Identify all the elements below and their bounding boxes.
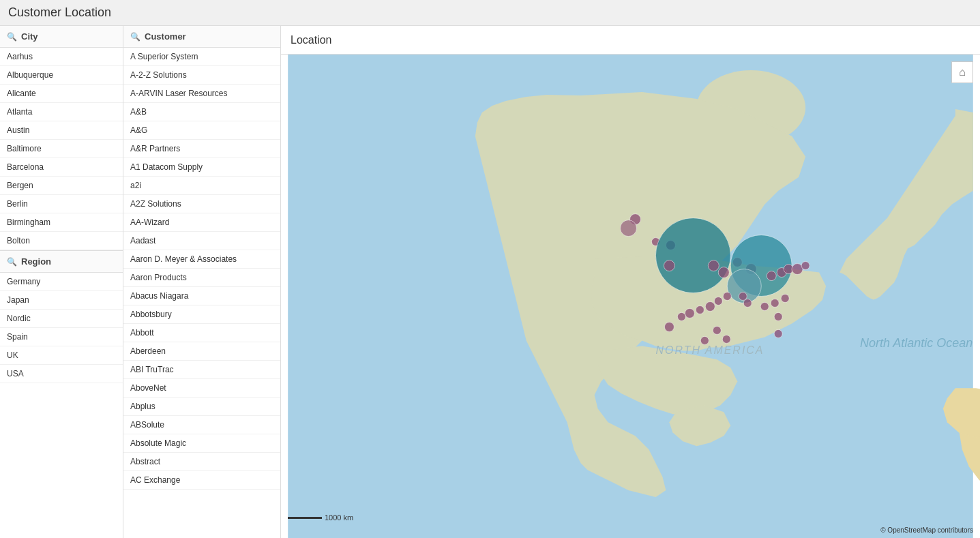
region-search-icon: 🔍: [7, 257, 17, 267]
city-item[interactable]: Atlanta: [0, 103, 123, 121]
svg-text:NORTH AMERICA: NORTH AMERICA: [655, 344, 764, 356]
map-svg: North Atlantic Ocean NORTH AMERICA EUROP…: [281, 55, 980, 538]
city-header: 🔍 City: [0, 26, 123, 48]
city-item[interactable]: Baltimore: [0, 140, 123, 158]
map-bubble[interactable]: [801, 262, 810, 270]
map-title: Location: [281, 26, 980, 55]
osm-attribution[interactable]: © OpenStreetMap contributors: [880, 526, 973, 534]
customer-item[interactable]: AboveNet: [123, 379, 280, 398]
map-bubble[interactable]: [664, 322, 674, 331]
customer-item[interactable]: Abacus Niagara: [123, 287, 280, 305]
map-bubble[interactable]: [760, 302, 769, 310]
map-bubble[interactable]: [705, 301, 715, 311]
map-bubble[interactable]: [774, 312, 782, 320]
map-bubble[interactable]: [723, 293, 731, 301]
customer-item[interactable]: A-ARVIN Laser Resources: [123, 85, 280, 103]
page-title: Customer Location: [0, 0, 980, 26]
customer-item[interactable]: A1 Datacom Supply: [123, 158, 280, 177]
map-container[interactable]: North Atlantic Ocean NORTH AMERICA EUROP…: [281, 55, 980, 538]
region-item[interactable]: Spain: [0, 328, 123, 346]
customer-item[interactable]: Absolute Magic: [123, 434, 280, 453]
city-item[interactable]: Albuquerque: [0, 66, 123, 85]
scale-line: [288, 517, 322, 519]
map-bubble[interactable]: [696, 305, 704, 314]
map-bubble[interactable]: [781, 295, 789, 303]
city-item[interactable]: Aarhus: [0, 48, 123, 66]
map-bubble[interactable]: [792, 264, 803, 275]
map-bubble[interactable]: [664, 260, 674, 271]
customer-header: 🔍 Customer: [123, 26, 280, 48]
region-item[interactable]: UK: [0, 346, 123, 365]
left-panel: 🔍 City AarhusAlbuquerqueAlicanteAtlantaA…: [0, 26, 123, 538]
customer-item[interactable]: Aberdeen: [123, 342, 280, 361]
svg-text:North Atlantic Ocean: North Atlantic Ocean: [860, 336, 972, 350]
map-bubble[interactable]: [621, 220, 637, 237]
scale-bar: 1000 km: [288, 513, 353, 522]
city-item[interactable]: Alicante: [0, 85, 123, 103]
map-bubble[interactable]: [718, 267, 729, 278]
customer-item[interactable]: A&R Partners: [123, 140, 280, 158]
map-bubble[interactable]: [767, 271, 776, 281]
map-bubble[interactable]: [771, 299, 779, 307]
map-bubble[interactable]: [713, 326, 721, 334]
map-bubble[interactable]: [685, 308, 694, 318]
scale-label: 1000 km: [325, 513, 353, 522]
customer-item[interactable]: A2Z Solutions: [123, 195, 280, 213]
city-item[interactable]: Berlin: [0, 195, 123, 213]
customer-item[interactable]: Abbott: [123, 324, 280, 342]
map-bubble[interactable]: [714, 297, 722, 305]
customer-search-icon: 🔍: [130, 32, 140, 42]
city-item[interactable]: Birmingham: [0, 213, 123, 232]
customer-item[interactable]: A&B: [123, 103, 280, 121]
region-header: 🔍 Region: [0, 251, 123, 273]
map-bubble[interactable]: [700, 336, 709, 344]
customer-item[interactable]: A&G: [123, 121, 280, 140]
customer-panel: 🔍 Customer A Superior SystemA-2-Z Soluti…: [123, 26, 281, 538]
customer-item[interactable]: Aaron D. Meyer & Associates: [123, 250, 280, 269]
city-item[interactable]: Bolton: [0, 232, 123, 250]
customer-item[interactable]: AC Exchange: [123, 471, 280, 490]
map-bubble[interactable]: [774, 329, 782, 338]
customer-item[interactable]: A-2-Z Solutions: [123, 66, 280, 85]
map-scale: 1000 km: [288, 513, 353, 522]
customer-item[interactable]: Abbotsbury: [123, 305, 280, 324]
city-item[interactable]: Bergen: [0, 177, 123, 195]
customer-item[interactable]: AA-Wizard: [123, 213, 280, 232]
attribution-text: © OpenStreetMap contributors: [880, 526, 973, 534]
customer-item[interactable]: Aaron Products: [123, 269, 280, 287]
home-icon: ⌂: [959, 66, 966, 78]
customer-item[interactable]: A Superior System: [123, 48, 280, 66]
home-button[interactable]: ⌂: [951, 61, 973, 83]
map-bubble[interactable]: [739, 293, 747, 301]
customer-label: Customer: [145, 31, 186, 42]
city-section: 🔍 City AarhusAlbuquerqueAlicanteAtlantaA…: [0, 26, 123, 250]
city-item[interactable]: Austin: [0, 121, 123, 140]
map-bubble[interactable]: [677, 312, 685, 320]
customer-item[interactable]: Aadast: [123, 232, 280, 250]
city-list: AarhusAlbuquerqueAlicanteAtlantaAustinBa…: [0, 48, 123, 250]
customer-item[interactable]: ABI TruTrac: [123, 361, 280, 379]
map-bubble[interactable]: [708, 260, 719, 271]
customer-list: A Superior SystemA-2-Z SolutionsA-ARVIN …: [123, 48, 280, 490]
customer-item[interactable]: ABSolute: [123, 416, 280, 434]
map-bubble[interactable]: [722, 335, 730, 343]
map-bubble[interactable]: [743, 299, 752, 307]
region-item[interactable]: Nordic: [0, 310, 123, 328]
city-label: City: [21, 31, 38, 42]
city-item[interactable]: Barcelona: [0, 158, 123, 177]
region-label: Region: [21, 256, 51, 267]
region-section: 🔍 Region GermanyJapanNordicSpainUKUSA: [0, 251, 123, 383]
region-item[interactable]: USA: [0, 365, 123, 383]
customer-item[interactable]: a2i: [123, 177, 280, 195]
region-list: GermanyJapanNordicSpainUKUSA: [0, 273, 123, 383]
customer-item[interactable]: Abplus: [123, 398, 280, 416]
region-item[interactable]: Japan: [0, 291, 123, 310]
region-item[interactable]: Germany: [0, 273, 123, 291]
map-panel: Location: [281, 26, 980, 538]
city-search-icon: 🔍: [7, 32, 17, 42]
map-bubble[interactable]: [655, 218, 730, 293]
customer-item[interactable]: Abstract: [123, 453, 280, 471]
